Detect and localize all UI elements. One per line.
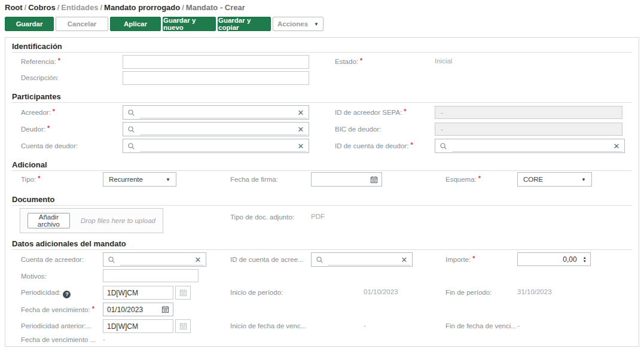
id-cuenta-acreedor-label: ID de cuenta de acree... — [230, 256, 304, 263]
calendar-icon[interactable] — [370, 176, 378, 184]
breadcrumb-mandato-prorrogado[interactable]: Mandato prorrogado — [104, 3, 180, 12]
field-underline — [120, 265, 204, 265]
motivos-label: Motivos: — [21, 273, 47, 280]
search-icon — [123, 142, 139, 150]
tipo-label: Tipo:* — [21, 176, 40, 183]
periodicidad-anterior-label: Periodicidad anterior:... — [21, 322, 91, 329]
clear-icon[interactable]: ✕ — [293, 108, 309, 117]
acreedor-lookup-field[interactable]: ✕ — [123, 105, 309, 120]
search-icon — [123, 109, 139, 117]
breadcrumb-separator: / — [100, 3, 102, 12]
breadcrumb-entidades[interactable]: Entidades — [61, 3, 98, 12]
breadcrumb-mandato-crear: Mandato - Crear — [186, 3, 245, 12]
clear-icon[interactable]: ✕ — [293, 125, 309, 134]
acreedor-input[interactable] — [139, 106, 293, 119]
fecha-firma-date-field[interactable] — [311, 172, 382, 187]
cuenta-acreedor-lookup-field[interactable]: ✕ — [103, 252, 206, 267]
required-marker: * — [38, 175, 40, 182]
breadcrumb: Root/Cobros/Entidades/Mandato prorrogado… — [5, 3, 245, 12]
referencia-label: Referencia:* — [21, 58, 60, 65]
clear-icon[interactable]: ✕ — [293, 142, 309, 151]
fecha-vencimiento-2-value: - — [103, 335, 105, 343]
help-icon[interactable]: ? — [63, 291, 71, 298]
cancelar-button[interactable]: Cancelar — [56, 17, 108, 31]
id-cuenta-acreedor-lookup-field[interactable]: ✕ — [311, 252, 413, 267]
clear-icon[interactable]: ✕ — [396, 255, 412, 264]
referencia-field[interactable] — [123, 55, 309, 69]
clear-icon[interactable]: ✕ — [609, 142, 624, 151]
calendar-icon — [179, 322, 187, 330]
field-underline — [452, 151, 622, 152]
breadcrumb-separator: / — [25, 3, 27, 12]
deudor-input[interactable] — [139, 123, 293, 136]
esquema-select[interactable]: CORE ▼ — [517, 172, 592, 187]
cuenta-deudor-label: Cuenta de deudor: — [21, 142, 78, 149]
fin-fecha-venc-label: Fin de fecha de venci... — [445, 322, 517, 329]
field-underline — [140, 118, 307, 118]
fecha-vencimiento-input[interactable] — [103, 303, 161, 316]
breadcrumb-root[interactable]: Root — [5, 3, 23, 12]
periodicidad-calendar-button[interactable] — [175, 286, 191, 300]
cuenta-deudor-lookup-field[interactable]: ✕ — [123, 139, 309, 153]
tipo-select[interactable]: Recurrente ▼ — [103, 172, 176, 187]
required-marker: * — [92, 305, 94, 312]
esquema-select-value: CORE — [523, 176, 543, 183]
guardar-button[interactable]: Guardar — [5, 17, 54, 31]
dropzone-hint: Drop files here to upload — [81, 217, 155, 224]
cuenta-acreedor-input[interactable] — [119, 253, 190, 266]
required-marker: * — [360, 57, 362, 64]
importe-field[interactable]: ▲▼ — [517, 252, 591, 266]
id-cuenta-deudor-lookup-field[interactable]: ✕ — [435, 139, 625, 153]
anadir-archivo-button[interactable]: Añadir archivo — [28, 213, 70, 228]
periodicidad-input[interactable] — [103, 286, 173, 299]
breadcrumb-cobros[interactable]: Cobros — [28, 3, 56, 12]
importe-input[interactable] — [518, 253, 581, 265]
descripcion-input[interactable] — [123, 72, 309, 84]
file-dropzone[interactable]: Añadir archivo Drop files here to upload — [20, 208, 163, 233]
descripcion-field[interactable] — [123, 71, 309, 85]
section-title-adicional: Adicional — [12, 160, 47, 169]
section-divider — [12, 102, 632, 103]
breadcrumb-separator: / — [182, 3, 184, 12]
spinner-arrows[interactable]: ▲▼ — [583, 256, 588, 263]
id-acreedor-sepa-label: ID de acreedor SEPA:* — [335, 109, 407, 116]
inicio-fecha-venc-value: - — [364, 322, 366, 329]
referencia-input[interactable] — [123, 56, 309, 68]
fecha-firma-input[interactable] — [312, 173, 370, 186]
search-icon — [123, 126, 139, 133]
guardar-y-nuevo-button[interactable]: Guardar y nuevo — [163, 17, 216, 31]
tipo-doc-label: Tipo de doc. adjunto: — [230, 213, 294, 221]
clear-icon[interactable]: ✕ — [190, 255, 206, 264]
calendar-icon[interactable] — [161, 306, 169, 313]
acciones-dropdown-button[interactable]: Acciones ▼ — [273, 17, 323, 31]
periodicidad-anterior-field[interactable] — [103, 319, 173, 333]
periodicidad-field[interactable] — [103, 286, 173, 300]
estado-label: Estado:* — [335, 58, 362, 65]
search-icon — [103, 256, 119, 264]
motivos-input[interactable] — [103, 270, 198, 282]
periodicidad-anterior-calendar-button[interactable] — [175, 319, 191, 333]
fecha-vencimiento-2-label: Fecha de vencimiento ... — [21, 336, 96, 343]
guardar-y-copiar-button[interactable]: Guardar y copiar — [218, 17, 271, 31]
bic-deudor-field: - — [435, 123, 622, 136]
field-underline — [328, 265, 410, 265]
tipo-select-value: Recurrente — [109, 176, 143, 183]
fecha-firma-label: Fecha de firma: — [230, 176, 278, 183]
aplicar-button[interactable]: Aplicar — [110, 17, 161, 31]
inicio-fecha-venc-label: Inicio de fecha de venc... — [230, 322, 306, 329]
cuenta-deudor-input[interactable] — [139, 139, 293, 152]
required-marker: * — [410, 141, 413, 148]
fecha-vencimiento-date-field[interactable] — [103, 303, 173, 316]
periodicidad-anterior-input[interactable] — [103, 320, 173, 332]
section-divider — [12, 52, 632, 53]
inicio-periodo-value: 01/10/2023 — [364, 288, 398, 295]
id-cuenta-deudor-input[interactable] — [451, 139, 609, 152]
id-cuenta-acreedor-input[interactable] — [327, 253, 396, 266]
spinner-down-icon[interactable]: ▼ — [583, 260, 587, 263]
deudor-lookup-field[interactable]: ✕ — [123, 122, 309, 136]
motivos-field[interactable] — [103, 269, 199, 282]
search-icon — [435, 142, 451, 150]
fecha-vencimiento-label: Fecha de vencimiento:* — [21, 306, 94, 313]
calendar-icon — [179, 289, 187, 297]
section-title-datos-adicionales: Datos adicionales del mandato — [12, 239, 126, 248]
